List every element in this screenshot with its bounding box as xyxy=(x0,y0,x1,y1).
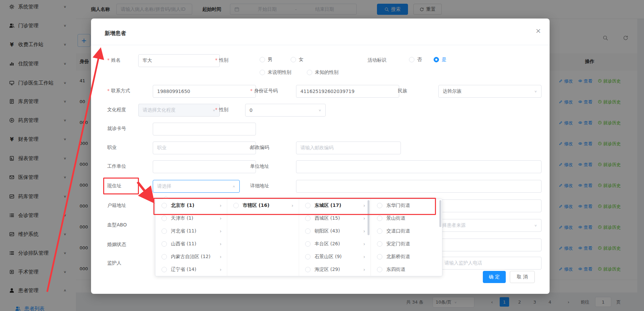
occupation-select[interactable]: 职业 ∨ xyxy=(153,142,256,154)
radio-icon[interactable] xyxy=(377,216,382,221)
ethnicity-label: 民族 xyxy=(398,88,407,94)
id-number-label: 身份证号码 xyxy=(250,88,277,94)
employer-address-label: 单位地址 xyxy=(250,163,269,169)
chevron-right-icon: › xyxy=(363,241,365,247)
id-number-input[interactable]: 411625192602039719 xyxy=(296,85,399,98)
radio-icon xyxy=(307,70,312,75)
gender-radio-unstated[interactable]: 未说明性别 xyxy=(260,69,291,75)
cascader-option[interactable]: 辽宁省 (14) › xyxy=(155,263,227,276)
registered-address-label: 户籍地址 xyxy=(107,203,126,209)
active-flag-radio-yes[interactable]: 是 xyxy=(434,57,446,63)
cascader-option[interactable]: 石景山区 (9) › xyxy=(299,250,371,263)
cancel-button[interactable]: 取 消 xyxy=(510,271,535,283)
chevron-right-icon: › xyxy=(219,254,222,259)
chevron-right-icon: › xyxy=(363,216,365,221)
radio-icon[interactable] xyxy=(162,216,167,221)
app-root: 系统管理 ∨ 门诊管理 ∨ ¥ 收费工作站 ∨ 住院管理 ∨ 门诊医生工作站 ∨… xyxy=(0,0,644,311)
gender-radio-female[interactable]: 女 xyxy=(291,57,303,63)
radio-icon xyxy=(409,57,414,62)
postcode-input[interactable]: 请输入邮政编码 xyxy=(296,142,401,154)
confirm-button[interactable]: 确 定 xyxy=(483,271,506,283)
active-flag-label: 活动标识 xyxy=(368,57,386,63)
cascader-option[interactable]: 朝阳区 (43) › xyxy=(299,225,371,238)
blood-type-label: 血型ABO xyxy=(107,222,127,228)
annotation-box-current-address xyxy=(103,178,139,194)
cascader-option[interactable]: 东四街道 › xyxy=(371,263,442,276)
name-label: 姓名 xyxy=(107,57,120,63)
patient-source-select[interactable]: 请选择患者来源 ∨ xyxy=(428,219,541,232)
detail-address-label: 详细地址 xyxy=(250,183,269,189)
radio-icon[interactable] xyxy=(162,241,167,247)
guardian-label: 监护人 xyxy=(107,260,121,266)
chevron-down-icon: ∨ xyxy=(318,108,321,112)
gender-label: 性别 xyxy=(215,57,228,63)
chevron-down-icon: ∨ xyxy=(534,224,537,227)
guardian-phone-input[interactable]: 请输入监护人电话 xyxy=(440,257,541,270)
divider xyxy=(91,45,550,45)
scrollbar-thumb[interactable] xyxy=(439,200,441,227)
cascader-option[interactable]: 北新桥街道 › xyxy=(371,250,442,263)
radio-icon[interactable] xyxy=(377,241,382,247)
cascader-option[interactable]: 河北省 (11) › xyxy=(155,225,227,238)
radio-icon[interactable] xyxy=(162,267,167,272)
radio-icon[interactable] xyxy=(305,267,311,272)
card-no-label: 就诊卡号 xyxy=(107,126,126,132)
active-flag-radio-no[interactable]: 否 xyxy=(409,57,422,63)
cascader-option[interactable]: 海淀区 (29) › xyxy=(299,263,371,276)
gender-code-select[interactable]: 0 ∨ xyxy=(245,104,326,117)
radio-selected-icon xyxy=(434,57,439,62)
cascader-option[interactable]: 交道口街道 › xyxy=(371,225,442,238)
detail-address-input[interactable] xyxy=(296,180,541,193)
close-icon[interactable]: × xyxy=(535,27,541,35)
contact-input[interactable]: 19880991650 xyxy=(153,85,256,98)
chevron-up-icon: ∧ xyxy=(232,185,235,188)
employer-input[interactable] xyxy=(153,160,256,173)
radio-icon[interactable] xyxy=(305,254,311,259)
radio-icon[interactable] xyxy=(162,254,167,259)
employer-address-input[interactable] xyxy=(296,160,541,173)
cascader-option[interactable]: 安定门街道 › xyxy=(371,238,442,250)
modal-title: 新增患者 xyxy=(105,30,126,37)
radio-icon[interactable] xyxy=(377,228,382,234)
chevron-down-icon: ∨ xyxy=(534,90,537,93)
radio-icon[interactable] xyxy=(377,254,382,259)
chevron-right-icon: › xyxy=(363,267,365,272)
education-label: 文化程度 xyxy=(107,107,126,113)
radio-icon[interactable] xyxy=(305,216,311,221)
education-select[interactable]: 请选择文化程度 ∨ xyxy=(138,104,220,117)
gender-code-label: 性别 xyxy=(215,107,228,113)
radio-icon xyxy=(291,57,296,62)
chevron-right-icon: › xyxy=(363,254,365,259)
radio-icon[interactable] xyxy=(305,228,311,234)
chevron-right-icon: › xyxy=(363,228,365,234)
radio-icon xyxy=(260,70,265,75)
radio-icon[interactable] xyxy=(162,228,167,234)
name-input[interactable]: 牢大 xyxy=(138,54,220,67)
chevron-right-icon: › xyxy=(219,241,222,247)
ethnicity-select[interactable]: 达斡尔族 ∨ xyxy=(438,85,541,98)
occupation-label: 职业 xyxy=(107,145,117,151)
current-address-cascader[interactable]: 请选择 ∧ xyxy=(153,180,240,193)
radio-icon[interactable] xyxy=(305,241,311,247)
radio-icon[interactable] xyxy=(377,267,382,272)
chevron-right-icon: › xyxy=(219,267,222,272)
contact-label: 联系方式 xyxy=(107,88,130,94)
chevron-right-icon: › xyxy=(219,216,222,221)
card-no-input[interactable] xyxy=(153,123,256,135)
chevron-right-icon: › xyxy=(219,228,222,234)
cascader-option[interactable]: 内蒙古自治区 (12) › xyxy=(155,250,227,263)
annotation-box-cascade-path xyxy=(153,198,436,215)
radio-icon xyxy=(260,57,265,62)
employer-label: 工作单位 xyxy=(107,163,126,169)
cascader-option[interactable]: 丰台区 (26) › xyxy=(299,238,371,250)
marital-status-label: 婚姻状态 xyxy=(107,242,126,248)
gender-radio-unknown[interactable]: 未知的性别 xyxy=(307,69,339,75)
gender-radio-male[interactable]: 男 xyxy=(260,57,272,63)
cascader-option[interactable]: 山西省 (11) › xyxy=(155,238,227,250)
postcode-label: 邮政编码 xyxy=(250,145,269,151)
